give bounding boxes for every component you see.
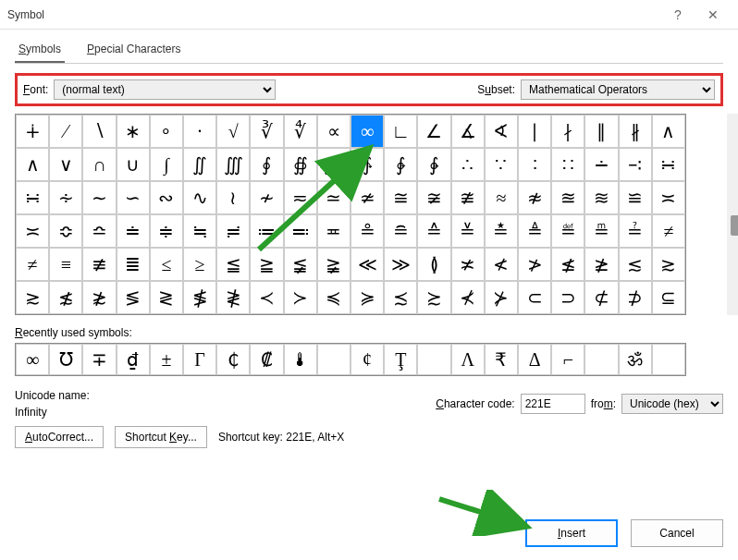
symbol-cell[interactable]: ≆ [417,181,450,214]
help-button[interactable]: ? [660,7,695,22]
symbol-cell[interactable]: ≉ [518,181,551,214]
char-code-input[interactable] [521,394,585,414]
symbol-cell[interactable]: ≳ [652,248,685,281]
symbol-cell[interactable]: ≋ [584,181,618,214]
subset-select[interactable]: Mathematical Operators [521,79,715,100]
symbol-cell[interactable]: ≠ [652,214,685,248]
symbol-cell[interactable]: ≦ [216,248,250,281]
symbol-cell[interactable]: ≈ [485,181,518,214]
symbol-cell[interactable]: ∶ [518,148,551,181]
symbol-cell[interactable]: ∷ [551,148,584,181]
symbol-cell[interactable]: ∦ [619,115,652,148]
symbol-cell[interactable]: ∬ [183,148,216,181]
symbol-cell[interactable]: ⊄ [584,281,618,314]
symbol-cell[interactable]: ∘ [150,115,183,148]
symbol-cell[interactable]: ∽ [117,181,150,214]
symbol-cell[interactable]: ∻ [49,181,82,214]
symbol-cell[interactable]: ≪ [351,248,384,281]
symbol-cell[interactable]: ≥ [183,248,216,281]
symbol-cell[interactable]: ∗ [117,115,150,148]
symbol-cell[interactable]: ∧ [16,148,49,181]
symbol-cell[interactable]: ∺ [652,148,685,181]
symbol-cell[interactable]: ∕ [49,115,82,148]
symbol-cell[interactable]: ∨ [49,148,82,181]
symbol-cell[interactable]: ∣ [518,115,551,148]
symbol-cell[interactable]: ≮ [485,248,518,281]
symbol-cell[interactable]: ∥ [584,115,618,148]
symbol-cell[interactable]: ≿ [417,281,450,314]
recent-cell[interactable]: ₹ [485,344,518,375]
symbol-cell[interactable]: ≯ [518,248,551,281]
symbol-cell[interactable]: ≝ [551,214,584,248]
recent-cell[interactable]: ℧ [49,344,82,375]
symbol-cell[interactable]: ≤ [150,248,183,281]
symbol-cell[interactable]: ≗ [351,214,384,248]
symbol-cell[interactable]: ⊂ [518,281,551,314]
cancel-button[interactable]: Cancel [631,519,723,547]
symbol-cell[interactable]: ≶ [117,281,150,314]
symbol-cell[interactable]: ∞ [351,115,384,148]
symbol-cell[interactable]: ∟ [384,115,417,148]
symbol-cell[interactable]: ≌ [619,181,652,214]
symbol-cell[interactable]: ≸ [183,281,216,314]
symbol-cell[interactable]: ≲ [619,248,652,281]
symbol-cell[interactable]: √ [216,115,250,148]
symbol-cell[interactable]: ≀ [216,181,250,214]
recent-cell[interactable] [584,344,618,375]
symbol-cell[interactable]: ∤ [551,115,584,148]
symbol-cell[interactable]: ≞ [584,214,618,248]
symbol-cell[interactable]: ∱ [351,148,384,181]
symbol-cell[interactable]: ∪ [117,148,150,181]
symbol-cell[interactable]: ∧ [652,115,685,148]
symbol-cell[interactable]: ≳ [16,281,49,314]
symbol-cell[interactable]: ≼ [317,281,351,314]
symbol-cell[interactable]: ∩ [82,148,116,181]
symbol-cell[interactable]: ≻ [284,281,317,314]
from-select[interactable]: Unicode (hex) [621,394,723,414]
symbol-cell[interactable]: ≇ [451,181,485,214]
recent-cell[interactable]: ॐ [619,344,652,375]
symbol-cell[interactable]: ≏ [82,214,116,248]
symbol-cell[interactable]: ≬ [417,248,450,281]
recent-cell[interactable]: 🌡 [284,344,317,375]
symbol-cell[interactable]: ∴ [451,148,485,181]
symbol-cell[interactable]: ≑ [150,214,183,248]
symbol-cell[interactable]: ≓ [216,214,250,248]
symbol-cell[interactable]: ≢ [82,248,116,281]
symbol-cell[interactable]: ≙ [417,214,450,248]
symbol-cell[interactable]: ∰ [317,148,351,181]
symbol-cell[interactable]: ≰ [551,248,584,281]
symbol-cell[interactable]: ≖ [317,214,351,248]
symbol-cell[interactable]: ≠ [16,248,49,281]
symbol-cell[interactable]: ∭ [216,148,250,181]
recent-cell[interactable]: ₡ [250,344,283,375]
symbol-cell[interactable]: ∺ [16,181,49,214]
recent-cell[interactable]: Ţ [384,344,417,375]
symbol-cell[interactable]: ∙ [183,115,216,148]
recent-cell[interactable] [652,344,685,375]
symbol-grid[interactable]: ∔∕∖∗∘∙√∛∜∝∞∟∠∡∢∣∤∥∦∧∧∨∩∪∫∬∭∮∯∰∱∲∳∴∵∶∷∸∹∺… [15,114,686,315]
symbol-cell[interactable]: ≁ [250,181,283,214]
symbol-cell[interactable]: ≎ [49,214,82,248]
symbol-cell[interactable]: ∼ [82,181,116,214]
symbol-cell[interactable]: ∝ [317,115,351,148]
recent-cell[interactable]: ¢ [351,344,384,375]
symbol-cell[interactable]: ≒ [183,214,216,248]
symbol-cell[interactable]: ≜ [518,214,551,248]
symbol-cell[interactable]: ≵ [82,281,116,314]
recent-cell[interactable] [417,344,450,375]
recent-cell[interactable]: ₵ [216,344,250,375]
symbol-cell[interactable]: ≫ [384,248,417,281]
symbol-cell[interactable]: ≃ [317,181,351,214]
font-select[interactable]: (normal text) [54,79,276,100]
symbol-cell[interactable]: ∡ [451,115,485,148]
symbol-cell[interactable]: ≹ [216,281,250,314]
symbol-cell[interactable]: ∛ [250,115,283,148]
symbol-cell[interactable]: ⊅ [619,281,652,314]
symbol-cell[interactable]: ≷ [150,281,183,314]
symbol-cell[interactable]: ∖ [82,115,116,148]
symbol-cell[interactable]: ≍ [16,214,49,248]
recent-cell[interactable]: Γ [183,344,216,375]
symbol-cell[interactable]: ∮ [250,148,283,181]
symbol-cell[interactable]: ≕ [284,214,317,248]
